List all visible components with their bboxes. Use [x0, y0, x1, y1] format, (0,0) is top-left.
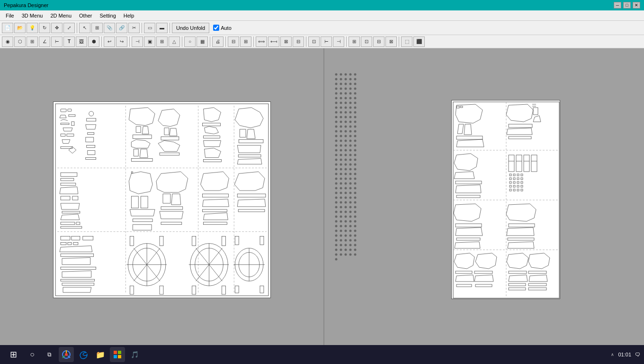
svg-rect-288	[456, 106, 459, 108]
t24-button[interactable]: ⊡	[308, 36, 320, 47]
menu-setting[interactable]: Setting	[96, 12, 120, 19]
auto-checkbox[interactable]	[213, 25, 219, 31]
t12-button[interactable]: ▣	[144, 36, 155, 47]
svg-rect-18	[133, 135, 152, 138]
left-paper-sheet	[53, 101, 271, 298]
undo-unfold-button[interactable]: Undo Unfold	[172, 23, 209, 33]
svg-rect-21	[160, 153, 179, 155]
new-button[interactable]: 📄	[2, 23, 13, 33]
taskbar-edge[interactable]	[76, 347, 91, 362]
svg-rect-329	[456, 271, 472, 273]
t28-button[interactable]: ⊡	[361, 36, 372, 47]
t9-button[interactable]: ↩	[104, 36, 115, 47]
t3-button[interactable]: ⊞	[27, 36, 38, 47]
shape2-button[interactable]: ▬	[156, 23, 168, 33]
start-button[interactable]: ⊞	[4, 347, 23, 362]
rect-button[interactable]: ▭	[144, 23, 155, 33]
t20-button[interactable]: ⟺	[256, 36, 267, 47]
svg-rect-298	[516, 155, 522, 172]
t2-button[interactable]: ⬡	[14, 36, 26, 47]
svg-point-153	[345, 135, 347, 137]
t4-button[interactable]: ∠	[39, 36, 50, 47]
t15-button[interactable]: ○	[184, 36, 196, 47]
t25-button[interactable]: ⊢	[321, 36, 332, 47]
svg-point-136	[335, 121, 338, 123]
svg-point-263	[345, 239, 347, 242]
open-button[interactable]: 📂	[14, 23, 26, 33]
svg-point-160	[354, 140, 357, 142]
light-button[interactable]: 💡	[27, 23, 38, 33]
t30-button[interactable]: ⊠	[385, 36, 397, 47]
group-button[interactable]: ⊞	[91, 23, 103, 33]
t11-button[interactable]: ⊣	[132, 36, 143, 47]
svg-point-99	[349, 83, 352, 85]
svg-rect-36	[131, 196, 138, 208]
scale3d-button[interactable]: ⤢	[63, 23, 75, 33]
t8-button[interactable]: ⬢	[88, 36, 99, 47]
taskbar-notification[interactable]: 🗨	[635, 352, 640, 357]
svg-rect-316	[521, 182, 523, 183]
t5-button[interactable]: ⊢	[51, 36, 63, 47]
svg-point-208	[345, 187, 347, 190]
select-button[interactable]: ↖	[79, 23, 90, 33]
taskbar-chrome[interactable]	[59, 347, 74, 362]
link-button[interactable]: 🔗	[116, 23, 127, 33]
menu-3d[interactable]: 3D Menu	[18, 12, 47, 19]
t13-button[interactable]: ⊞	[156, 36, 168, 47]
t16-button[interactable]: ▦	[197, 36, 208, 47]
menu-other[interactable]: Other	[75, 12, 96, 19]
t23-button[interactable]: ⊟	[293, 36, 304, 47]
svg-point-238	[345, 216, 347, 218]
svg-point-259	[349, 235, 352, 237]
t22-button[interactable]: ⊠	[280, 36, 292, 47]
fold-button[interactable]: 📎	[104, 23, 115, 33]
svg-point-271	[335, 249, 338, 251]
t27-button[interactable]: ⊞	[349, 36, 360, 47]
svg-rect-51	[67, 242, 71, 245]
move3d-button[interactable]: ✥	[51, 23, 63, 33]
t6-button[interactable]: T	[63, 36, 75, 47]
svg-point-173	[345, 154, 347, 156]
svg-point-152	[340, 135, 342, 137]
t31-button[interactable]: ⬚	[401, 36, 412, 47]
svg-rect-344	[114, 351, 117, 354]
close-button[interactable]: ✕	[633, 2, 640, 9]
t10-button[interactable]: ↪	[116, 36, 127, 47]
sep9	[253, 36, 254, 47]
menu-help[interactable]: Help	[120, 12, 138, 19]
taskbar-search[interactable]: ○	[25, 347, 40, 362]
svg-rect-46	[238, 209, 265, 211]
svg-rect-318	[513, 185, 515, 187]
split-button[interactable]: ✂	[128, 23, 140, 33]
t14-button[interactable]: △	[169, 36, 180, 47]
svg-point-171	[335, 154, 338, 156]
t19-button[interactable]: ⊞	[240, 36, 251, 47]
svg-point-97	[340, 83, 342, 85]
taskbar-app1[interactable]	[110, 347, 125, 362]
minimize-button[interactable]: ─	[614, 2, 621, 9]
menu-file[interactable]: File	[2, 12, 18, 19]
maximize-button[interactable]: □	[623, 2, 631, 9]
svg-point-340	[65, 353, 68, 356]
right-panel[interactable]	[324, 48, 644, 351]
t7-button[interactable]: 🖼	[76, 36, 87, 47]
t1-button[interactable]: ◉	[2, 36, 13, 47]
svg-rect-336	[528, 283, 546, 286]
t21-button[interactable]: ⟻	[268, 36, 279, 47]
taskbar-app2[interactable]: 🎵	[127, 347, 142, 362]
t17-button[interactable]: 🖨	[212, 36, 224, 47]
svg-rect-331	[456, 284, 472, 287]
svg-point-200	[354, 178, 357, 180]
t29-button[interactable]: ⊟	[373, 36, 385, 47]
t18-button[interactable]: ⊟	[228, 36, 239, 47]
menu-2d[interactable]: 2D Menu	[46, 12, 75, 19]
t32-button[interactable]: ⬛	[413, 36, 425, 47]
taskbar-chevron[interactable]: ∧	[611, 352, 614, 357]
rotate3d-button[interactable]: ↻	[39, 23, 50, 33]
t26-button[interactable]: ⊣	[333, 36, 344, 47]
left-panel[interactable]	[0, 48, 324, 351]
svg-rect-321	[510, 189, 511, 191]
taskbar-folder[interactable]: 📁	[93, 347, 108, 362]
title-bar: Pepakura Designer ─ □ ✕	[0, 0, 644, 10]
taskbar-task-view[interactable]: ⧉	[42, 347, 57, 362]
